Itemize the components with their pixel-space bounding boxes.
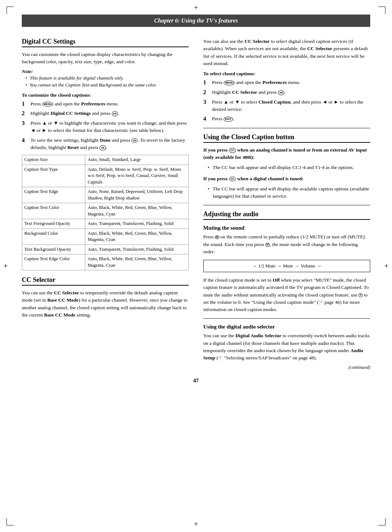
divider-2 — [203, 205, 370, 205]
mute-btn-icon: M — [215, 235, 219, 239]
note-label: Note: — [22, 69, 33, 74]
divider-3 — [203, 318, 370, 319]
table-row: Background Color Auto, Black, White, Red… — [22, 229, 189, 245]
mute-arrow: → — [294, 263, 299, 269]
cc-icon: CC — [229, 148, 236, 153]
table-row: Caption Text Edge Color Auto, Black, Whi… — [22, 254, 189, 270]
cc-selector-text: You can use the CC Selector to temporari… — [22, 289, 189, 319]
note-item: You cannot set the Caption Text and Back… — [25, 81, 189, 89]
table-cell-label: Caption Text Edge — [22, 187, 85, 203]
table-cell-value: Auto, Black, White, Red, Green, Blue, Ye… — [85, 254, 189, 270]
table-cell-value: Auto, Small, Standard, Large — [85, 155, 189, 165]
digital-audio-text: You can use the Digital Audio Selector t… — [203, 332, 370, 362]
note-item: This feature is available for digital ch… — [25, 74, 189, 82]
ok-icon-r: ok — [278, 90, 284, 95]
step-2: 2 Highlight Digital CC Settings and pres… — [22, 110, 189, 117]
step-3: 3 Press ▲ or ▼ to highlight the characte… — [22, 120, 189, 134]
mute-label-half: 1/2 Mute — [258, 263, 275, 269]
ok-icon: ok — [112, 111, 118, 116]
mute-flow-diagram: → 1/2 Mute → Mute → Volume → — [203, 260, 370, 272]
step-r1: 1 Press MENU and open the Preferences me… — [203, 79, 370, 86]
table-row: Text Background Opacity Auto, Transparen… — [22, 245, 189, 254]
ok-icon-2: ok — [131, 138, 138, 143]
select-captions-heading: To select closed captions: — [203, 71, 370, 77]
right-intro-text: You can also use the CC Selector to sele… — [203, 38, 370, 67]
menu-icon-r: MENU — [224, 80, 235, 85]
right-column: You can also use the CC Selector to sele… — [203, 38, 370, 370]
muting-text-2: If the closed caption mode is set to Off… — [203, 277, 370, 313]
cc-selector-section: CC Selector You can use the CC Selector … — [22, 276, 189, 319]
vol-icon: V — [359, 293, 363, 297]
table-cell-label: Text Background Opacity — [22, 245, 85, 254]
analog-bullets: • The CC bar will appear and will displa… — [203, 164, 370, 171]
digital-cc-title: Digital CC Settings — [22, 38, 189, 47]
note-block: Note: This feature is available for digi… — [22, 69, 189, 89]
digital-audio-title: Using the digital audio selector — [203, 324, 370, 330]
cc-selector-title: CC Selector — [22, 276, 189, 286]
table-cell-label: Text Foreground Opacity — [22, 219, 85, 229]
divider-1 — [203, 128, 370, 128]
customize-steps: 1 Press MENU and open the Preferences me… — [22, 100, 189, 152]
table-cell-value: Auto, None, Raised, Depressed, Uniform, … — [85, 187, 189, 203]
step-r3: 3 Press ▲ or ▼ to select Closed Caption,… — [203, 98, 370, 113]
select-captions-steps: 1 Press MENU and open the Preferences me… — [203, 79, 370, 123]
table-cell-value: Auto, Transparent, Translucent, Flashing… — [85, 219, 189, 229]
muting-text: Press M on the remote control to partial… — [203, 233, 370, 255]
list-item: • The CC bar will appear and will displa… — [208, 164, 370, 171]
continued-text: (continued) — [203, 364, 370, 370]
table-cell-label: Caption Text Color — [22, 203, 85, 219]
chapter-header: Chapter 6: Using the TV's features — [22, 15, 370, 27]
table-cell-value: Auto, Black, White, Red, Green, Blue, Ye… — [85, 203, 189, 219]
adjusting-audio-title: Adjusting the audio — [203, 210, 370, 220]
mute-label-mute: Mute — [283, 263, 293, 269]
muting-title: Muting the sound — [203, 225, 370, 231]
page-number: 47 — [22, 378, 370, 384]
exit-icon: EXIT — [224, 117, 233, 122]
table-row: Caption Size Auto, Small, Standard, Larg… — [22, 155, 189, 165]
mute-arrow: → — [252, 263, 257, 269]
table-row: Caption Text Type Auto, Default, Mono w.… — [22, 165, 189, 187]
mute-btn-icon-2: M — [265, 243, 270, 246]
table-cell-label: Caption Size — [22, 155, 85, 165]
analog-heading: If you press CC when an analog channel i… — [203, 146, 370, 161]
table-cell-value: Auto, Transparent, Translucent, Flashing… — [85, 245, 189, 254]
step-r2: 2 Highlight CC Selector and press ok. — [203, 89, 370, 96]
left-column: Digital CC Settings You can customize th… — [22, 38, 189, 370]
digital-heading: If you press CC when a digital channel i… — [203, 175, 370, 182]
table-row: Text Foreground Opacity Auto, Transparen… — [22, 219, 189, 229]
table-cell-label: Caption Text Edge Color — [22, 254, 85, 270]
ok-icon-3: ok — [99, 145, 106, 150]
table-cell-label: Caption Text Type — [22, 165, 85, 187]
customize-heading: To customize the closed captions: — [22, 92, 189, 98]
table-cell-value: Auto, Default, Mono w. Serif, Prop. w. S… — [85, 165, 189, 187]
step-1: 1 Press MENU and open the Preferences me… — [22, 100, 189, 108]
cc-icon-2: CC — [229, 177, 236, 182]
table-cell-label: Background Color — [22, 229, 85, 245]
mute-arrow: → — [317, 263, 321, 269]
digital-bullets: • The CC bar will appear and will displa… — [203, 185, 370, 200]
mute-arrow: → — [277, 263, 282, 269]
mute-label-volume: Volume — [301, 263, 315, 269]
digital-cc-intro: You can customize the closed caption dis… — [22, 51, 189, 66]
step-4: 4 To save the new settings, highlight Do… — [22, 137, 189, 152]
cc-button-title: Using the Closed Caption button — [203, 133, 370, 143]
note-list: This feature is available for digital ch… — [22, 74, 189, 89]
menu-icon: MENU — [42, 102, 54, 107]
table-row: Caption Text Edge Auto, None, Raised, De… — [22, 187, 189, 203]
table-cell-value: Auto, Black, White, Red, Green, Blue, Ye… — [85, 229, 189, 245]
table-row: Caption Text Color Auto, Black, White, R… — [22, 203, 189, 219]
cc-settings-table: Caption Size Auto, Small, Standard, Larg… — [22, 155, 189, 270]
chapter-title: Chapter 6: Using the TV's features — [154, 17, 238, 24]
digital-cc-section: Digital CC Settings You can customize th… — [22, 38, 189, 270]
step-r4: 4 Press EXIT. — [203, 115, 370, 123]
list-item: • The CC bar will appear and will displa… — [208, 185, 370, 200]
